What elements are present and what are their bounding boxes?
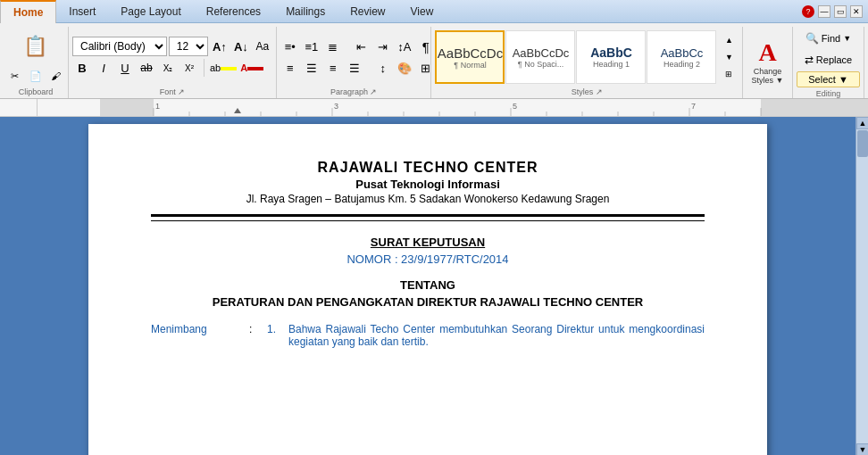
shading-button[interactable]: 🎨: [395, 58, 414, 78]
scroll-up-button[interactable]: ▲: [856, 117, 868, 129]
bold-button[interactable]: B: [72, 58, 92, 78]
align-center-button[interactable]: ☰: [302, 58, 321, 78]
styles-label: Styles ↗: [435, 86, 739, 96]
svg-rect-2: [761, 99, 868, 117]
increase-indent-button[interactable]: ⇥: [373, 37, 393, 56]
doc-nomor: NOMOR : 23/9/1977/RTC/2014: [151, 252, 705, 266]
tab-bar: Home Insert Page Layout References Maili…: [0, 0, 868, 23]
svg-rect-1: [100, 99, 154, 117]
paste-button[interactable]: 📋: [18, 29, 54, 64]
editing-label: Editing: [797, 87, 860, 98]
styles-scroll-up[interactable]: ▲: [719, 32, 739, 49]
change-styles-section: A ChangeStyles ▼: [743, 27, 793, 98]
svg-text:1: 1: [155, 102, 160, 111]
replace-label: Replace: [816, 54, 852, 65]
style-normal[interactable]: AaBbCcDc ¶ Normal: [435, 30, 505, 84]
tab-mailings[interactable]: Mailings: [273, 0, 338, 22]
ruler-inner: 1 3 5 7: [100, 99, 868, 116]
document-page[interactable]: RAJAWALI TECHNO CENTER Pusat Teknologi I…: [88, 124, 767, 455]
italic-button[interactable]: I: [94, 58, 113, 78]
doc-peraturan: PERATURAN DAN PENGANGKATAN DIREKTUR RAJA…: [151, 295, 705, 309]
double-line-thick: [151, 214, 705, 217]
line-spacing-button[interactable]: ↕: [373, 58, 393, 78]
font-color-button[interactable]: A: [239, 58, 264, 78]
format-painter-button[interactable]: 🖌: [46, 66, 66, 86]
svg-text:5: 5: [513, 102, 517, 111]
restore-icon[interactable]: ▭: [834, 5, 847, 18]
menimbang-num: 1.: [267, 323, 288, 348]
scroll-track[interactable]: [856, 129, 868, 443]
doc-address: Jl. Raya Sragen – Batujamus Km. 5 Sadaka…: [151, 193, 705, 205]
doc-title: RAJAWALI TECHNO CENTER: [151, 160, 705, 176]
subscript-button[interactable]: X₂: [158, 58, 178, 78]
tab-review[interactable]: Review: [338, 0, 397, 22]
doc-body: Menimbang : 1. Bahwa Rajawali Techo Cent…: [151, 323, 705, 348]
tab-references[interactable]: References: [194, 0, 273, 22]
double-line-thin: [151, 220, 705, 221]
cut-button[interactable]: ✂: [5, 66, 25, 86]
tab-page-layout[interactable]: Page Layout: [108, 0, 193, 22]
page-wrapper: RAJAWALI TECHNO CENTER Pusat Teknologi I…: [0, 124, 868, 455]
decrease-font-button[interactable]: A↓: [231, 37, 251, 56]
ribbon: 📋 ✂ 📄 🖌 Clipboard Calibri (Body): [0, 23, 868, 99]
style-heading1[interactable]: AaBbC Heading 1: [576, 30, 646, 84]
numbering-button[interactable]: ≡1: [302, 37, 321, 56]
bullets-button[interactable]: ≡•: [280, 37, 300, 56]
change-styles-label: ChangeStyles ▼: [752, 67, 784, 85]
style-no-spacing[interactable]: AaBbCcDc ¶ No Spaci...: [505, 30, 575, 84]
find-label: Find: [822, 33, 840, 44]
close-icon[interactable]: ✕: [850, 5, 863, 18]
superscript-button[interactable]: X²: [179, 58, 199, 78]
doc-subtitle: Pusat Teknologi Informasi: [151, 178, 705, 191]
clear-format-button[interactable]: Aa: [253, 37, 272, 56]
multilevel-list-button[interactable]: ≣: [323, 37, 343, 56]
sort-button[interactable]: ↕A: [395, 37, 414, 56]
increase-font-button[interactable]: A↑: [210, 37, 230, 56]
document-area: RAJAWALI TECHNO CENTER Pusat Teknologi I…: [0, 117, 868, 455]
vertical-scrollbar[interactable]: ▲ ▼: [855, 117, 868, 455]
minimize-icon[interactable]: —: [818, 5, 830, 18]
menimbang-label: Menimbang: [151, 323, 249, 348]
tab-home[interactable]: Home: [0, 0, 56, 23]
menimbang-text: Bahwa Rajawali Techo Center membutuhkan …: [288, 323, 705, 348]
find-button[interactable]: 🔍 Find ▼: [797, 29, 860, 48]
paragraph-section: ≡• ≡1 ≣ ⇤ ⇥ ↕A ¶ ≡ ☰ ≡ ☰ ↕ 🎨: [277, 27, 432, 98]
select-button[interactable]: Select ▼: [797, 71, 860, 87]
font-section: Calibri (Body) 12 A↑ A↓ Aa B I U ab X₂ X…: [69, 27, 277, 98]
underline-button[interactable]: U: [115, 58, 135, 78]
menimbang-row: Menimbang : 1. Bahwa Rajawali Techo Cent…: [151, 323, 705, 348]
strikethrough-button[interactable]: ab: [137, 58, 156, 78]
style-heading2[interactable]: AaBbCc Heading 2: [647, 30, 716, 84]
clipboard-label: Clipboard: [7, 86, 64, 96]
font-family-selector[interactable]: Calibri (Body): [72, 37, 167, 56]
clipboard-section: 📋 ✂ 📄 🖌 Clipboard: [4, 27, 69, 98]
scroll-down-button[interactable]: ▼: [856, 443, 868, 455]
align-right-button[interactable]: ≡: [323, 58, 343, 78]
sep: [204, 59, 204, 77]
svg-text:3: 3: [334, 102, 338, 111]
copy-button[interactable]: 📄: [26, 66, 46, 86]
editing-section: 🔍 Find ▼ ⇄ Replace Select ▼ Editing: [793, 27, 864, 98]
ruler: 1 3 5 7: [0, 99, 868, 117]
paragraph-label: Paragraph ↗: [280, 86, 428, 96]
doc-tentang: TENTANG: [151, 278, 705, 292]
font-size-selector[interactable]: 12: [169, 37, 208, 56]
section-title: SURAT KEPUTUSAN: [151, 236, 705, 249]
svg-text:7: 7: [691, 102, 696, 111]
change-styles-button[interactable]: A ChangeStyles ▼: [747, 29, 789, 96]
styles-scroll-down[interactable]: ▼: [719, 49, 739, 66]
justify-button[interactable]: ☰: [345, 58, 364, 78]
font-label: Font ↗: [72, 86, 272, 96]
tab-insert[interactable]: Insert: [56, 0, 108, 22]
styles-section: AaBbCcDc ¶ Normal AaBbCcDc ¶ No Spaci...…: [431, 27, 743, 98]
align-left-button[interactable]: ≡: [280, 58, 300, 78]
decrease-indent-button[interactable]: ⇤: [352, 37, 371, 56]
styles-expand[interactable]: ⊞: [719, 65, 739, 82]
text-highlight-button[interactable]: ab: [209, 58, 238, 78]
replace-button[interactable]: ⇄ Replace: [797, 50, 860, 70]
scroll-thumb[interactable]: [857, 130, 868, 157]
svg-rect-0: [100, 99, 868, 117]
help-icon[interactable]: ?: [802, 5, 814, 18]
tab-view[interactable]: View: [398, 0, 447, 22]
